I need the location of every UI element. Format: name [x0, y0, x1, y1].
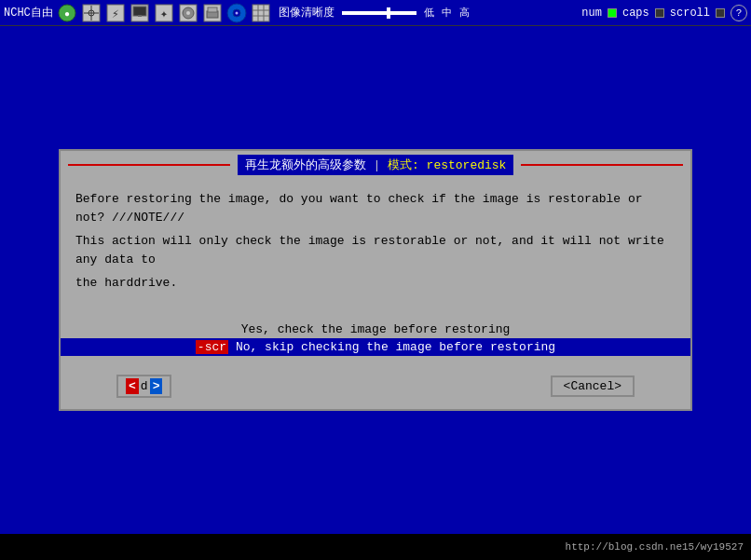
main-area: 再生龙额外的高级参数 | 模式: restoredisk Before rest…	[0, 26, 751, 534]
quality-high-label: 高	[459, 6, 470, 20]
option-no[interactable]: -scr No, skip checking the image before …	[61, 338, 690, 356]
dialog-mode: 模式: restoredisk	[388, 158, 506, 172]
circle-icon[interactable]: ●	[57, 3, 77, 23]
grid-icon[interactable]	[251, 3, 271, 23]
num-indicator	[608, 8, 617, 18]
ok-button[interactable]: < d >	[116, 375, 171, 398]
caps-label: caps	[622, 7, 649, 20]
message-line3: the harddrive.	[75, 274, 676, 293]
btn-left-arrow: <	[126, 378, 139, 394]
dialog-options: Yes, check the image before restoring -s…	[61, 321, 690, 356]
svg-point-15	[186, 11, 190, 15]
svg-text:✦: ✦	[160, 7, 169, 21]
help-icon[interactable]: ?	[731, 5, 747, 21]
toolbar: NCHC自由 ● ⚡ ✦	[0, 0, 751, 26]
status-indicators: num caps scroll ?	[581, 5, 747, 21]
option-no-text: No, skip checking the image before resto…	[236, 340, 555, 354]
quality-slider[interactable]	[342, 11, 416, 15]
cancel-button[interactable]: <Cancel>	[551, 376, 635, 397]
dialog-content: Before restoring the image, do you want …	[61, 179, 690, 309]
btn-right-arrow: >	[150, 378, 163, 394]
crosshair-icon[interactable]	[81, 3, 102, 23]
app-name: NCHC自由	[4, 5, 53, 20]
svg-rect-18	[208, 7, 217, 12]
title-border-left	[68, 164, 230, 166]
disk-icon[interactable]	[178, 3, 198, 23]
lightning-icon[interactable]: ⚡	[105, 3, 126, 23]
dialog-title: 再生龙额外的高级参数 | 模式: restoredisk	[238, 155, 514, 175]
quality-label: 图像清晰度	[279, 5, 335, 20]
option-yes[interactable]: Yes, check the image before restoring	[61, 321, 690, 338]
scroll-label: scroll	[670, 7, 710, 20]
quality-low-label: 低	[424, 6, 434, 20]
svg-text:●: ●	[64, 9, 70, 20]
monitor-icon[interactable]	[130, 3, 150, 23]
btn-ok-d: d	[139, 378, 150, 394]
message-line1: Before restoring the image, do you want …	[75, 190, 676, 226]
cd-icon[interactable]	[226, 3, 247, 23]
message-line2: This action will only check the image is…	[75, 232, 676, 268]
bottom-bar: http://blog.csdn.ne15/wy19527	[0, 534, 751, 560]
caps-indicator	[655, 8, 664, 18]
num-label: num	[581, 7, 602, 20]
scroll-indicator	[716, 8, 725, 18]
dialog-buttons: < d > <Cancel>	[61, 367, 690, 409]
star-icon[interactable]: ✦	[154, 3, 174, 23]
quality-mid-label: 中	[442, 6, 452, 20]
svg-point-21	[235, 11, 238, 14]
svg-text:⚡: ⚡	[112, 7, 119, 21]
option-no-prefix: -scr	[196, 340, 228, 354]
title-border-right	[521, 164, 683, 166]
dialog: 再生龙额外的高级参数 | 模式: restoredisk Before rest…	[59, 149, 692, 411]
bottom-url: http://blog.csdn.ne15/wy19527	[566, 541, 744, 553]
dialog-title-bar: 再生龙额外的高级参数 | 模式: restoredisk	[61, 151, 690, 179]
printer-icon[interactable]	[202, 3, 223, 23]
svg-rect-22	[253, 5, 269, 21]
svg-rect-9	[133, 7, 146, 16]
